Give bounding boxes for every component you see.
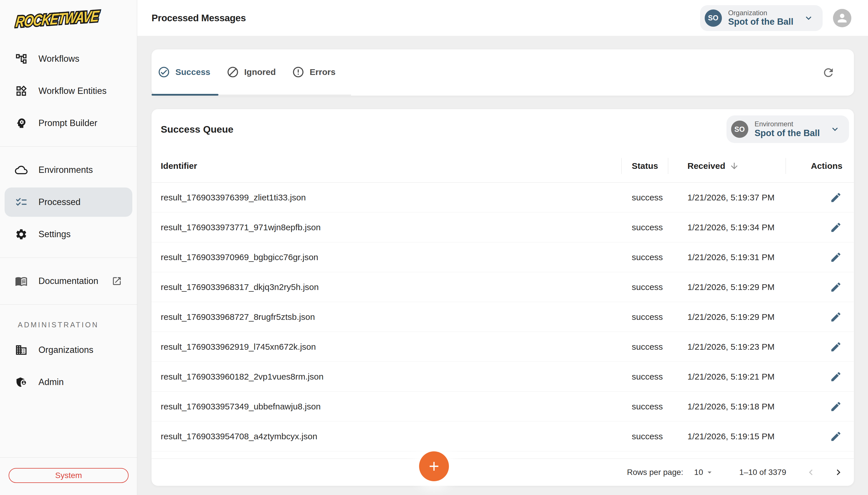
sidebar-item-documentation[interactable]: Documentation: [5, 267, 132, 296]
sidebar-item-label: Settings: [38, 229, 71, 239]
tab-label: Errors: [310, 67, 335, 77]
app-logo[interactable]: ROCKETWAVE: [0, 0, 137, 36]
sidebar-item-processed[interactable]: Processed: [5, 187, 132, 217]
row-received: 1/21/2026, 5:19:23 PM: [668, 342, 786, 352]
edit-row-button[interactable]: [828, 279, 844, 295]
table-row[interactable]: result_1769033954708_a4ztymbcyx.json suc…: [152, 422, 854, 451]
sidebar-item-label: Workflow Entities: [38, 86, 106, 96]
row-status: success: [622, 342, 668, 352]
edit-row-button[interactable]: [828, 339, 844, 355]
table-header-row: Identifier Status Received Actions: [152, 149, 854, 183]
row-status: success: [622, 282, 668, 292]
column-header-received[interactable]: Received: [668, 149, 786, 182]
widgets-icon: [15, 85, 28, 97]
rows-per-page-select[interactable]: 10: [694, 468, 714, 477]
tab-success[interactable]: Success: [152, 49, 219, 95]
row-identifier: result_1769033976399_zliet1ti33.json: [152, 193, 622, 202]
add-button[interactable]: [419, 451, 449, 481]
row-received: 1/21/2026, 5:19:37 PM: [668, 193, 786, 202]
organization-value: Spot of the Ball: [728, 17, 793, 27]
pencil-icon: [830, 371, 842, 383]
row-identifier: result_1769033954708_a4ztymbcyx.json: [152, 431, 622, 441]
next-page-button[interactable]: [831, 465, 846, 480]
pencil-icon: [830, 311, 842, 323]
sidebar-item-environments[interactable]: Environments: [5, 155, 132, 185]
column-header-received-label: Received: [688, 161, 725, 171]
sidebar-item-label: Admin: [38, 377, 64, 387]
tab-label: Success: [175, 67, 210, 77]
sidebar-item-workflows[interactable]: Workflows: [5, 44, 132, 73]
row-identifier: result_1769033968727_8rugfr5ztsb.json: [152, 312, 622, 322]
sidebar-item-organizations[interactable]: Organizations: [5, 335, 132, 365]
table-row[interactable]: result_1769033957349_ubbefnawju8.json su…: [152, 392, 854, 422]
organization-selector[interactable]: SO Organization Spot of the Ball: [700, 5, 823, 31]
sidebar-item-label: Documentation: [38, 276, 99, 286]
row-status: success: [622, 402, 668, 411]
row-identifier: result_1769033970969_bgbgicc76gr.json: [152, 252, 622, 262]
table-row[interactable]: result_1769033962919_l745xn672k.json suc…: [152, 332, 854, 362]
shield-person-icon: [15, 376, 28, 389]
sort-arrow-down-icon: [729, 161, 739, 171]
edit-row-button[interactable]: [828, 428, 844, 445]
pencil-icon: [830, 191, 842, 204]
column-header-identifier[interactable]: Identifier: [152, 149, 622, 182]
sidebar-item-prompt-builder[interactable]: Prompt Builder: [5, 108, 132, 138]
cloud-icon: [15, 164, 28, 176]
chevron-down-icon: [830, 124, 840, 135]
table-row[interactable]: result_1769033970969_bgbgicc76gr.json su…: [152, 242, 854, 272]
row-received: 1/21/2026, 5:19:29 PM: [668, 312, 786, 322]
queue-header: Success Queue SO Environment Spot of the…: [152, 109, 854, 149]
row-received: 1/21/2026, 5:19:31 PM: [668, 252, 786, 262]
row-received: 1/21/2026, 5:19:29 PM: [668, 282, 786, 292]
row-identifier: result_1769033957349_ubbefnawju8.json: [152, 402, 622, 411]
sidebar-item-admin[interactable]: Admin: [5, 368, 132, 397]
edit-row-button[interactable]: [828, 398, 844, 415]
table-row[interactable]: result_1769033973771_971wjn8epfb.json su…: [152, 212, 854, 242]
dropdown-caret-icon: [705, 468, 714, 477]
column-header-actions: Actions: [786, 149, 854, 182]
sidebar-item-workflow-entities[interactable]: Workflow Entities: [5, 76, 132, 106]
environment-value: Spot of the Ball: [754, 128, 820, 138]
pencil-icon: [830, 341, 842, 353]
pencil-icon: [830, 221, 842, 234]
row-identifier: result_1769033968317_dkjq3n2ry5h.json: [152, 282, 622, 292]
workflow-tree-icon: [15, 53, 28, 65]
block-icon: [226, 66, 239, 79]
sidebar-item-settings[interactable]: Settings: [5, 220, 132, 249]
tab-ignored[interactable]: Ignored: [219, 49, 284, 95]
administration-section-label: ADMINISTRATION: [0, 313, 137, 335]
row-status: success: [622, 312, 668, 322]
chevron-right-icon: [833, 466, 844, 478]
table-row[interactable]: result_1769033968727_8rugfr5ztsb.json su…: [152, 302, 854, 332]
edit-row-button[interactable]: [828, 189, 844, 206]
pencil-icon: [830, 281, 842, 293]
refresh-icon: [822, 66, 835, 79]
edit-row-button[interactable]: [828, 219, 844, 236]
success-queue-card: Success Queue SO Environment Spot of the…: [152, 109, 854, 486]
previous-page-button[interactable]: [803, 465, 818, 480]
table-row[interactable]: result_1769033976399_zliet1ti33.json suc…: [152, 183, 854, 212]
edit-row-button[interactable]: [828, 309, 844, 325]
row-received: 1/21/2026, 5:19:18 PM: [668, 402, 786, 411]
tab-errors[interactable]: Errors: [284, 49, 344, 95]
table-row[interactable]: result_1769033960182_2vp1vues8rm.json su…: [152, 362, 854, 392]
table-row[interactable]: result_1769033968317_dkjq3n2ry5h.json su…: [152, 272, 854, 302]
organization-avatar: SO: [705, 10, 722, 27]
clipped-row-area: [152, 451, 854, 459]
person-icon: [836, 12, 849, 25]
sidebar-divider: [0, 457, 137, 458]
system-button[interactable]: System: [8, 468, 128, 483]
table-footer: Rows per page: 10 1–10 of 3379: [152, 459, 854, 486]
column-header-status[interactable]: Status: [622, 149, 668, 182]
pencil-icon: [830, 430, 842, 442]
environment-selector[interactable]: SO Environment Spot of the Ball: [727, 116, 849, 143]
refresh-button[interactable]: [819, 63, 838, 82]
user-avatar[interactable]: [833, 9, 851, 27]
top-header: Processed Messages SO Organization Spot …: [137, 0, 868, 36]
row-identifier: result_1769033960182_2vp1vues8rm.json: [152, 372, 622, 381]
content-area: Success Ignored Errors: [137, 36, 868, 495]
edit-row-button[interactable]: [828, 369, 844, 385]
sidebar-divider: [0, 304, 137, 305]
edit-row-button[interactable]: [828, 249, 844, 266]
pencil-icon: [830, 251, 842, 263]
